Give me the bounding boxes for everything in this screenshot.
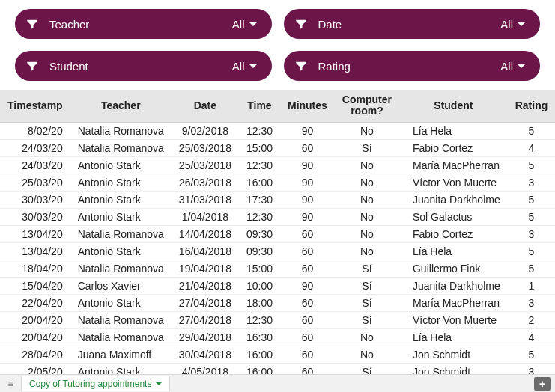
table-row[interactable]: 20/04/20Natalia Romanova29/04/201816:306… xyxy=(0,328,555,346)
cell-timestamp: 8/02/20 xyxy=(0,122,70,139)
table-wrap: Timestamp Teacher Date Time Minutes Comp… xyxy=(0,90,555,374)
table-header-row: Timestamp Teacher Date Time Minutes Comp… xyxy=(0,90,555,122)
cell-teacher: Natalia Romanova xyxy=(70,328,172,346)
col-timestamp[interactable]: Timestamp xyxy=(0,90,70,122)
cell-computer-room: Sí xyxy=(335,311,399,328)
filter-value-wrap: All xyxy=(232,18,257,31)
table-row[interactable]: 24/03/20Natalia Romanova25/03/201815:006… xyxy=(0,139,555,156)
cell-teacher: Antonio Stark xyxy=(70,363,172,374)
col-minutes[interactable]: Minutes xyxy=(280,90,335,122)
filter-label: Teacher xyxy=(49,18,232,31)
cell-timestamp: 13/04/20 xyxy=(0,242,70,260)
filter-value: All xyxy=(232,18,245,31)
table-row[interactable]: 20/04/20Natalia Romanova27/04/201812:306… xyxy=(0,311,555,328)
cell-computer-room: No xyxy=(335,156,399,174)
table-row[interactable]: 8/02/20Natalia Romanova9/02/201812:3090N… xyxy=(0,122,555,139)
cell-computer-room: No xyxy=(335,346,399,363)
filter-teacher[interactable]: Teacher All xyxy=(15,9,272,39)
col-computer-room[interactable]: Computerroom? xyxy=(335,90,399,122)
col-date[interactable]: Date xyxy=(172,90,239,122)
table-row[interactable]: 25/03/20Antonio Stark26/03/201816:0090No… xyxy=(0,174,555,191)
filter-student[interactable]: Student All xyxy=(15,51,272,81)
cell-computer-room: No xyxy=(335,328,399,346)
cell-rating: 4 xyxy=(508,139,555,156)
table-row[interactable]: 13/04/20Antonio Stark16/04/201809:3060No… xyxy=(0,242,555,260)
table-row[interactable]: 28/04/20Juana Maximoff30/04/201816:0060N… xyxy=(0,346,555,363)
table-row[interactable]: 30/03/20Antonio Stark31/03/201817:3090No… xyxy=(0,191,555,208)
table-row[interactable]: 24/03/20Antonio Stark25/03/201812:3090No… xyxy=(0,156,555,174)
filter-label: Student xyxy=(49,60,232,73)
cell-time: 15:00 xyxy=(239,139,280,156)
cell-date: 27/04/2018 xyxy=(172,311,239,328)
filter-date[interactable]: Date All xyxy=(284,9,541,39)
cell-time: 18:00 xyxy=(239,294,280,311)
cell-rating: 3 xyxy=(508,225,555,242)
cell-computer-room: Sí xyxy=(335,139,399,156)
cell-timestamp: 30/03/20 xyxy=(0,191,70,208)
cell-student: Juanita Darkholme xyxy=(399,277,508,294)
table-row[interactable]: 22/04/20Antonio Stark27/04/201818:0060Sí… xyxy=(0,294,555,311)
cell-rating: 3 xyxy=(508,294,555,311)
cell-rating: 4 xyxy=(508,328,555,346)
cell-rating: 5 xyxy=(508,191,555,208)
col-teacher[interactable]: Teacher xyxy=(70,90,172,122)
cell-rating: 5 xyxy=(508,208,555,225)
sheet-tab[interactable]: Copy of Tutoring appointments xyxy=(21,376,170,391)
col-student[interactable]: Student xyxy=(399,90,508,122)
sheet-tab-label: Copy of Tutoring appointments xyxy=(29,379,151,389)
cell-rating: 5 xyxy=(508,260,555,277)
table-row[interactable]: 15/04/20Carlos Xavier21/04/201810:0090Sí… xyxy=(0,277,555,294)
cell-rating: 1 xyxy=(508,277,555,294)
filter-icon xyxy=(294,59,308,73)
table-row[interactable]: 18/04/20Natalia Romanova19/04/201815:006… xyxy=(0,260,555,277)
add-sheet-button[interactable]: + xyxy=(534,377,551,391)
cell-rating: 5 xyxy=(508,242,555,260)
cell-minutes: 60 xyxy=(280,260,335,277)
filter-label: Date xyxy=(318,18,501,31)
cell-rating: 2 xyxy=(508,311,555,328)
cell-date: 21/04/2018 xyxy=(172,277,239,294)
cell-time: 09:30 xyxy=(239,242,280,260)
cell-timestamp: 30/03/20 xyxy=(0,208,70,225)
cell-timestamp: 2/05/20 xyxy=(0,363,70,374)
cell-date: 14/04/2018 xyxy=(172,225,239,242)
cell-teacher: Natalia Romanova xyxy=(70,311,172,328)
cell-time: 12:30 xyxy=(239,208,280,225)
filter-rating[interactable]: Rating All xyxy=(284,51,541,81)
cell-timestamp: 24/03/20 xyxy=(0,156,70,174)
all-sheets-icon[interactable]: ≡ xyxy=(0,379,21,389)
cell-date: 25/03/2018 xyxy=(172,139,239,156)
cell-student: Víctor Von Muerte xyxy=(399,174,508,191)
cell-teacher: Antonio Stark xyxy=(70,191,172,208)
cell-student: Víctor Von Muerte xyxy=(399,311,508,328)
filter-icon xyxy=(294,17,308,31)
cell-date: 1/04/2018 xyxy=(172,208,239,225)
table-row[interactable]: 30/03/20Antonio Stark1/04/201812:3090NoS… xyxy=(0,208,555,225)
cell-student: Lía Hela xyxy=(399,328,508,346)
data-table: Timestamp Teacher Date Time Minutes Comp… xyxy=(0,90,555,374)
filter-value: All xyxy=(232,60,245,73)
cell-computer-room: No xyxy=(335,122,399,139)
chevron-down-icon xyxy=(518,22,525,26)
cell-rating: 3 xyxy=(508,363,555,374)
cell-minutes: 90 xyxy=(280,156,335,174)
cell-date: 27/04/2018 xyxy=(172,294,239,311)
cell-time: 16:30 xyxy=(239,328,280,346)
table-row[interactable]: 13/04/20Natalia Romanova14/04/201809:306… xyxy=(0,225,555,242)
cell-timestamp: 18/04/20 xyxy=(0,260,70,277)
cell-minutes: 90 xyxy=(280,122,335,139)
cell-rating: 5 xyxy=(508,346,555,363)
cell-computer-room: No xyxy=(335,174,399,191)
cell-student: Lía Hela xyxy=(399,242,508,260)
cell-student: María MacPherran xyxy=(399,156,508,174)
filter-value-wrap: All xyxy=(232,60,257,73)
cell-timestamp: 15/04/20 xyxy=(0,277,70,294)
cell-minutes: 90 xyxy=(280,208,335,225)
cell-time: 16:00 xyxy=(239,346,280,363)
col-time[interactable]: Time xyxy=(239,90,280,122)
cell-minutes: 60 xyxy=(280,363,335,374)
cell-minutes: 60 xyxy=(280,139,335,156)
col-rating[interactable]: Rating xyxy=(508,90,555,122)
table-row[interactable]: 2/05/20Antonio Stark4/05/201816:0060SíJo… xyxy=(0,363,555,374)
chevron-down-icon xyxy=(156,382,162,385)
